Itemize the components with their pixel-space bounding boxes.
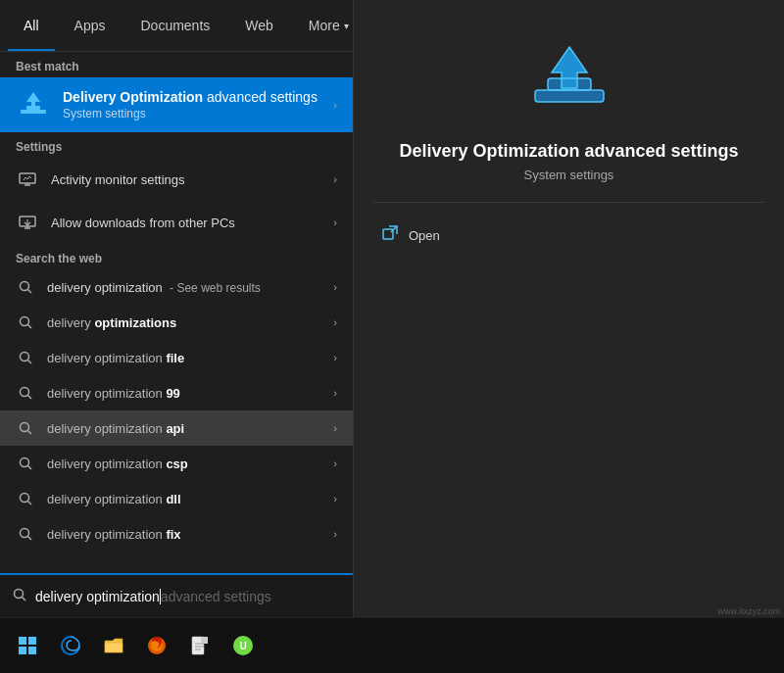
taskbar-upwork-icon[interactable]: U [223,626,263,665]
web-item-4[interactable]: delivery optimization api › [0,410,353,446]
web-item-text-5: delivery optimization csp [47,457,321,471]
right-icon-area [530,39,609,121]
web-search-icon [16,312,35,332]
svg-point-22 [21,529,29,538]
web-item-6[interactable]: delivery optimization dll › [0,481,353,516]
taskbar-edge-icon[interactable] [51,626,90,665]
best-match-label: Best match [0,52,353,77]
best-match-text: Delivery Optimization advanced settings … [63,89,321,120]
web-item-1[interactable]: delivery optimizations › [0,305,353,340]
svg-point-18 [21,458,29,467]
web-item-2[interactable]: delivery optimization file › [0,340,353,375]
svg-line-19 [28,466,32,470]
web-item-7[interactable]: delivery optimization fix › [0,516,353,552]
taskbar-explorer-icon[interactable] [94,626,133,665]
right-divider [373,202,764,203]
activity-monitor-text: Activity monitor settings [51,172,321,187]
svg-point-8 [21,282,29,291]
web-search-icon [16,277,35,297]
chevron-right-icon: › [333,457,337,469]
taskbar-search-icon[interactable] [8,626,47,665]
chevron-right-icon: › [333,173,337,185]
right-panel-title: Delivery Optimization advanced settings [399,141,738,162]
tab-web[interactable]: Web [229,0,289,51]
taskbar-notepad-icon[interactable] [180,626,220,665]
right-panel-subtitle: System settings [524,168,614,182]
delivery-optimization-icon [16,87,51,122]
search-input[interactable]: delivery optimization advanced settings [35,589,341,604]
taskbar: U [0,617,784,673]
delivery-optimization-large-icon [530,39,609,118]
monitor-settings-icon [16,168,39,191]
web-search-icon [16,418,35,438]
chevron-right-icon: › [333,352,337,363]
best-match-item[interactable]: Delivery Optimization advanced settings … [0,77,353,132]
open-label: Open [409,228,440,243]
tab-all[interactable]: All [8,0,55,51]
svg-rect-26 [535,90,604,102]
svg-point-12 [21,353,29,361]
open-action[interactable]: Open [373,218,764,252]
settings-label: Settings [0,132,353,158]
svg-rect-2 [20,173,35,183]
chevron-right-icon: › [333,387,337,399]
web-search-icon [16,489,35,508]
web-item-3[interactable]: delivery optimization 99 › [0,375,353,410]
web-item-text-1: delivery optimizations [47,315,321,330]
web-search-icon [16,524,35,544]
web-item-text-2: delivery optimization file [47,351,321,365]
results-list: Best match Delivery Optimization advance… [0,52,353,573]
svg-rect-38 [201,637,208,644]
svg-line-25 [23,598,26,601]
chevron-right-icon: › [333,216,337,228]
svg-point-10 [21,317,29,326]
chevron-down-icon: ▾ [344,21,349,31]
svg-point-16 [21,423,29,432]
web-search-icon [16,348,35,367]
svg-rect-34 [28,647,36,654]
web-search-icon [16,383,35,403]
svg-line-11 [28,325,32,329]
svg-rect-32 [28,637,36,645]
web-item-text-7: delivery optimization fix [47,527,321,542]
svg-text:U: U [239,641,246,651]
web-item-text-3: delivery optimization 99 [47,386,321,401]
chevron-right-icon: › [333,99,337,111]
search-suggestion-text: advanced settings [161,589,271,604]
tab-documents[interactable]: Documents [124,0,225,51]
web-item-text-4: delivery optimization api [47,421,321,436]
web-item-text-0: delivery optimization - See web results [47,280,321,295]
svg-rect-0 [21,110,46,114]
web-item-5[interactable]: delivery optimization csp › [0,446,353,481]
svg-point-20 [21,494,29,503]
search-bar[interactable]: delivery optimization advanced settings [0,573,353,617]
svg-line-17 [28,431,32,435]
watermark: www.itxzyz.com [717,606,780,616]
open-icon [381,224,399,246]
web-search-icon [16,454,35,473]
best-match-title: Delivery Optimization advanced settings [63,89,321,105]
chevron-right-icon: › [333,316,337,328]
web-item-text-6: delivery optimization dll [47,492,321,506]
tabs-bar: All Apps Documents Web More ▾ 0 🏆 👤 ··· [0,0,353,52]
svg-line-23 [28,537,32,541]
allow-downloads-item[interactable]: Allow downloads from other PCs › [0,201,353,244]
svg-line-13 [28,361,32,364]
svg-point-14 [21,388,29,397]
svg-line-15 [28,396,32,400]
taskbar-firefox-icon[interactable] [137,626,176,665]
chevron-right-icon: › [333,281,337,293]
chevron-right-icon: › [333,528,337,540]
svg-line-9 [28,290,32,294]
chevron-right-icon: › [333,493,337,505]
downloads-settings-icon [16,211,39,234]
search-web-label: Search the web [0,244,353,269]
activity-monitor-item[interactable]: Activity monitor settings › [0,158,353,201]
best-match-subtitle: System settings [63,107,321,120]
svg-line-21 [28,502,32,505]
search-typed-text: delivery optimization [35,589,160,604]
svg-rect-31 [19,637,26,645]
tab-more[interactable]: More ▾ [293,0,365,51]
tab-apps[interactable]: Apps [59,0,122,51]
web-item-0[interactable]: delivery optimization - See web results … [0,269,353,305]
